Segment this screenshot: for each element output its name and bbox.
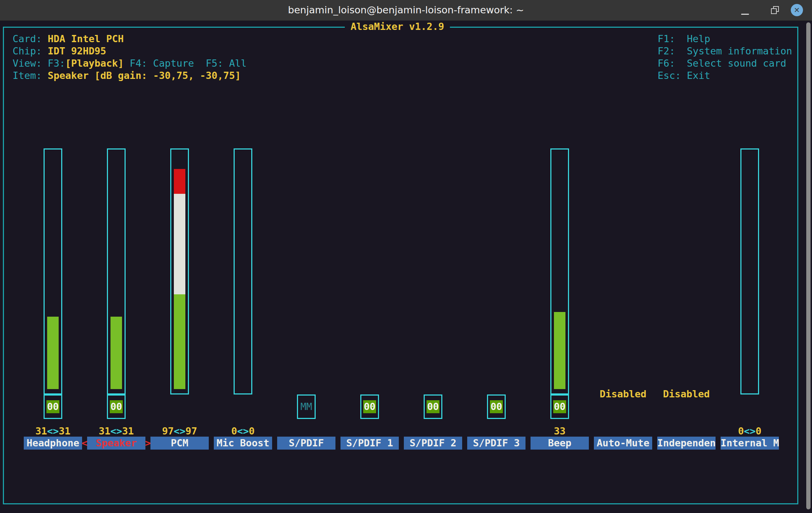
text-part: <>: [47, 425, 59, 437]
text-part: <>: [744, 425, 756, 437]
fill-segment-green: [554, 312, 565, 389]
mute-box-headphone[interactable]: 00: [44, 394, 62, 419]
status-independen: Disabled: [663, 388, 710, 400]
volume-bar-speaker[interactable]: [107, 148, 126, 394]
channel-label-s-pdif-2[interactable]: S/PDIF 2: [404, 437, 462, 450]
restore-button[interactable]: [771, 6, 779, 14]
volume-bar-pcm[interactable]: [170, 148, 189, 394]
channel-label-independen[interactable]: Independen: [657, 437, 716, 450]
info-row-3: Item: Speaker [dB gain: -30,75, -30,75]: [13, 70, 241, 82]
volume-bar-beep[interactable]: [550, 148, 569, 394]
fill-segment-green: [174, 294, 185, 389]
terminal-window: benjamin_loison@benjamin-loison-framewor…: [0, 0, 812, 513]
text-part: [Playback]: [65, 58, 124, 69]
text-part: <>: [237, 425, 249, 437]
text-part: Speaker [dB gain: -30,75, -30,75]: [48, 70, 241, 81]
mute-box-s-pdif-2[interactable]: 00: [424, 394, 442, 419]
channel-label-auto-mute[interactable]: Auto-Mute: [594, 437, 652, 450]
text-part: 31: [59, 425, 71, 437]
mute-indicator-s-pdif: MM: [301, 400, 312, 413]
help-row-3: Esc: Exit: [658, 70, 710, 82]
volume-value-pcm: 97<>97: [162, 425, 197, 437]
text-part: 97: [185, 425, 197, 437]
fill-segment-white: [174, 194, 185, 294]
channel-label-mic-boost[interactable]: Mic Boost: [214, 437, 272, 450]
channel-label-pcm[interactable]: PCM: [150, 437, 209, 450]
text-part: 0: [738, 425, 744, 437]
text-part: Item:: [13, 70, 48, 81]
volume-value-mic-boost: 0<>0: [231, 425, 254, 437]
close-button[interactable]: ✕: [791, 4, 803, 16]
text-part: 33: [554, 425, 566, 437]
volume-bar-mic-boost[interactable]: [234, 148, 252, 394]
channel-label-internal-m[interactable]: Internal M: [721, 437, 779, 450]
volume-fill-speaker: [110, 317, 122, 389]
fill-segment-red: [174, 169, 185, 194]
text-part: Chip:: [13, 45, 48, 57]
channel-label-s-pdif-1[interactable]: S/PDIF 1: [340, 437, 399, 450]
mute-box-beep[interactable]: 00: [550, 394, 569, 419]
help-row-0: F1: Help: [658, 33, 710, 45]
channel-label-beep[interactable]: Beep: [531, 437, 589, 450]
text-part: 31: [99, 425, 110, 437]
text-part: 0: [249, 425, 254, 437]
unmute-indicator-s-pdif-2: 00: [427, 400, 439, 413]
text-part: 97: [162, 425, 174, 437]
text-part: <>: [110, 425, 122, 437]
volume-value-beep: 33: [554, 425, 566, 437]
text-part: HDA Intel PCH: [48, 33, 124, 44]
fill-segment-green: [47, 317, 59, 389]
text-part: 31: [35, 425, 47, 437]
mute-box-s-pdif-1[interactable]: 00: [360, 394, 379, 419]
fill-segment-green: [110, 317, 122, 389]
volume-bar-internal-m[interactable]: [740, 148, 759, 394]
info-row-0: Card: HDA Intel PCH: [13, 33, 124, 45]
volume-bar-headphone[interactable]: [44, 148, 62, 394]
volume-value-speaker: 31<>31: [99, 425, 134, 437]
mute-box-s-pdif[interactable]: MM: [297, 394, 316, 419]
minimize-button[interactable]: [741, 14, 749, 15]
window-titlebar: benjamin_loison@benjamin-loison-framewor…: [0, 0, 812, 21]
channel-label-headphone[interactable]: Headphone: [24, 437, 82, 450]
unmute-indicator-s-pdif-3: 00: [490, 400, 503, 413]
terminal-scrollbar[interactable]: [806, 22, 811, 509]
text-part: F4: Capture F5: All: [124, 58, 247, 69]
unmute-indicator-speaker: 00: [110, 400, 123, 413]
volume-value-headphone: 31<>31: [35, 425, 71, 437]
selected-marker-left: <: [82, 437, 87, 450]
text-part: 0: [755, 425, 761, 437]
text-part: <>: [174, 425, 186, 437]
volume-value-internal-m: 0<>0: [738, 425, 761, 437]
text-part: Card:: [13, 33, 48, 44]
unmute-indicator-beep: 00: [553, 400, 566, 413]
mute-box-s-pdif-3[interactable]: 00: [487, 394, 506, 419]
help-row-1: F2: System information: [658, 45, 792, 57]
unmute-indicator-s-pdif-1: 00: [363, 400, 376, 413]
text-part: 31: [122, 425, 134, 437]
selected-marker-right: >: [145, 437, 151, 450]
text-part: View: F3:: [13, 58, 65, 69]
info-row-2: View: F3:[Playback] F4: Capture F5: All: [13, 57, 247, 70]
channel-label-s-pdif[interactable]: S/PDIF: [277, 437, 335, 450]
status-auto-mute: Disabled: [600, 388, 646, 400]
text-part: 0: [231, 425, 237, 437]
window-title: benjamin_loison@benjamin-loison-framewor…: [0, 0, 812, 20]
info-row-1: Chip: IDT 92HD95: [13, 45, 106, 57]
volume-fill-beep: [554, 312, 565, 389]
volume-fill-headphone: [47, 317, 59, 389]
mute-box-speaker[interactable]: 00: [107, 394, 126, 419]
help-row-2: F6: Select sound card: [658, 57, 786, 70]
channel-label-s-pdif-3[interactable]: S/PDIF 3: [467, 437, 525, 450]
text-part: IDT 92HD95: [48, 45, 107, 57]
unmute-indicator-headphone: 00: [46, 400, 59, 413]
volume-fill-pcm: [174, 169, 185, 389]
alsamixer-title: AlsaMixer v1.2.9: [345, 21, 450, 33]
channel-label-speaker[interactable]: Speaker: [87, 437, 145, 450]
